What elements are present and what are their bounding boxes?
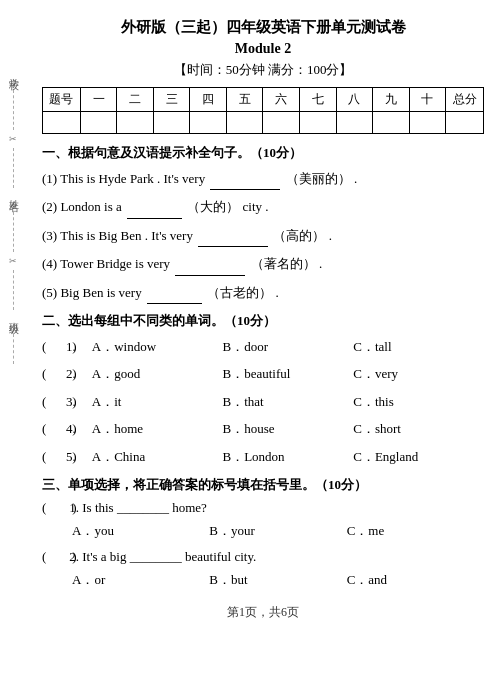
s2q4-optB: B．house [223,417,354,440]
s2q5-options: A．China B．London C．England [82,445,484,468]
s3q2-options: A．or B．but C．and [42,571,484,589]
header-3: 三 [153,88,190,112]
s2q2-num: 2. [66,362,76,385]
header-4: 四 [190,88,227,112]
header-2: 二 [117,88,154,112]
header-8: 八 [336,88,373,112]
bracket-2: ( ) [42,362,62,385]
section1-title: 一、根据句意及汉语提示补全句子。（10分） [42,144,484,162]
header-10: 十 [409,88,446,112]
s3q2-num: 2. [69,549,79,564]
q4-hint: （著名的） [251,256,316,271]
s3q1-options: A．you B．your C．me [42,522,484,540]
name-label: 姓名： [6,192,20,208]
header-7: 七 [300,88,337,112]
content-area: 外研版（三起）四年级英语下册单元测试卷 Module 2 【时间：50分钟 满分… [42,18,484,621]
time-info: 【时间：50分钟 满分：100分】 [42,61,484,79]
s3q2-text: It's a big ________ beautiful city. [82,549,256,564]
header-subject: 题号 [43,88,81,112]
q5-blank [147,303,202,304]
page-footer: 第1页，共6页 [42,604,484,621]
s2q3-num: 3. [66,390,76,413]
bracket-1: ( ) [42,335,62,358]
section2-q1-row: ( ) 1. A．window B．door C．tall [42,335,484,358]
s2q5-optB: B．London [223,445,354,468]
s3q1-optC: C．me [347,522,484,540]
s2q4-options: A．home B．house C．short [82,417,484,440]
s3q2-optB: B．but [209,571,346,589]
s2q5-optC: C．England [353,445,484,468]
section1-q3: (3) This is Big Ben . It's very （高的） . [42,224,484,247]
school-label: 学校： [6,70,20,86]
header-total: 总分 [446,88,484,112]
s2q2-options: A．good B．beautiful C．very [82,362,484,385]
header-1: 一 [80,88,117,112]
bracket-s3-1: ( ) [42,499,62,517]
section2-q3-row: ( ) 3. A．it B．that C．this [42,390,484,413]
s2q5-num: 5. [66,445,76,468]
score-row-8 [336,112,373,134]
section1-q2: (2) London is a （大的） city . [42,195,484,218]
q5-num: (5) [42,285,57,300]
score-row-7 [300,112,337,134]
section2-title: 二、选出每组中不同类的单词。（10分） [42,312,484,330]
score-row-9 [373,112,410,134]
s2q3-optA: A．it [92,390,223,413]
header-9: 九 [373,88,410,112]
module-title: Module 2 [42,41,484,57]
s2q1-options: A．window B．door C．tall [82,335,484,358]
q5-hint: （古老的） [207,285,272,300]
s2q2-optC: C．very [353,362,484,385]
section2-q4-row: ( ) 4. A．home B．house C．short [42,417,484,440]
section3-title: 三、单项选择，将正确答案的标号填在括号里。（10分） [42,476,484,494]
s2q4-optA: A．home [92,417,223,440]
s3q2-optA: A．or [72,571,209,589]
s2q5-optA: A．China [92,445,223,468]
q4-blank [175,275,245,276]
s2q4-num: 4. [66,417,76,440]
q1-blank [210,189,280,190]
bracket-3: ( ) [42,390,62,413]
score-row-4 [190,112,227,134]
s2q1-optC: C．tall [353,335,484,358]
bracket-5: ( ) [42,445,62,468]
section1-q4: (4) Tower Bridge is very （著名的） . [42,252,484,275]
q1-hint: （美丽的） [286,171,351,186]
score-row-0 [43,112,81,134]
score-row-6 [263,112,300,134]
s3q2-optC: C．and [347,571,484,589]
score-row-1 [80,112,117,134]
s2q3-optC: C．this [353,390,484,413]
q3-blank [198,246,268,247]
s2q2-optB: B．beautiful [223,362,354,385]
q1-num: (1) [42,171,57,186]
section3-q2: ( ) 2. It's a big ________ beautiful cit… [42,548,484,566]
main-title: 外研版（三起）四年级英语下册单元测试卷 [42,18,484,37]
score-row-2 [117,112,154,134]
class-label: 班级： [6,314,20,330]
q2-num: (2) [42,199,57,214]
header-5: 五 [226,88,263,112]
q2-hint: （大的） [187,199,239,214]
s3q1-text: Is this ________ home? [82,500,207,515]
bracket-s3-2: ( ) [42,548,62,566]
section2-q5-row: ( ) 5. A．China B．London C．England [42,445,484,468]
q3-num: (3) [42,228,57,243]
score-row-3 [153,112,190,134]
s2q3-optB: B．that [223,390,354,413]
header-6: 六 [263,88,300,112]
section1-q1: (1) This is Hyde Park . It's very （美丽的） … [42,167,484,190]
section1-q5: (5) Big Ben is very （古老的） . [42,281,484,304]
score-table: 题号 一 二 三 四 五 六 七 八 九 十 总分 [42,87,484,134]
s3q1-optB: B．your [209,522,346,540]
q2-blank [127,218,182,219]
bracket-4: ( ) [42,417,62,440]
score-row-5 [226,112,263,134]
section3-q1: ( ) 1. Is this ________ home? [42,499,484,517]
s3q1-num: 1. [69,500,79,515]
section2-q2-row: ( ) 2. A．good B．beautiful C．very [42,362,484,385]
s2q3-options: A．it B．that C．this [82,390,484,413]
left-sidebar: 学校： ✂ 姓名： ✂ 班级： [0,60,26,634]
score-row-total [446,112,484,134]
s2q1-optB: B．door [223,335,354,358]
